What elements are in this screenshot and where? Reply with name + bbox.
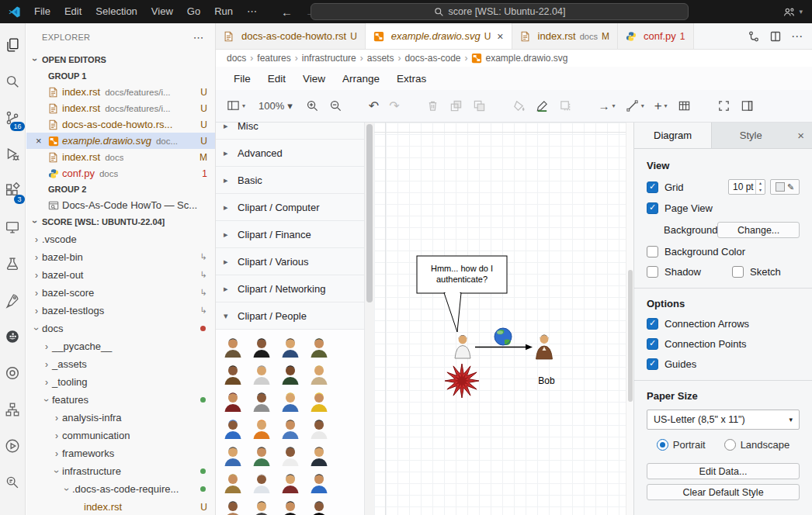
tree-item--vscode[interactable]: ›.vscode [26, 230, 215, 248]
canvas-scrollbar[interactable] [626, 123, 633, 515]
scrollbar-thumb[interactable] [628, 270, 633, 402]
breadcrumb-item[interactable]: docs [227, 53, 246, 64]
breadcrumb-item[interactable]: example.drawio.svg [471, 53, 567, 64]
shape-person-9[interactable] [220, 388, 246, 414]
activity-rocket[interactable] [0, 282, 26, 318]
tree-item--tooling[interactable]: ›_tooling [26, 373, 215, 391]
tree-item-analysis-infra[interactable]: ›analysis-infra [26, 409, 215, 427]
drawio-menu-arrange[interactable]: Arrange [334, 73, 388, 85]
activity-testing[interactable] [0, 245, 26, 282]
to-front-icon[interactable] [449, 99, 463, 112]
shape-person-27[interactable] [277, 496, 304, 515]
undo-icon[interactable]: ↶ [369, 100, 379, 112]
zoom-out-icon[interactable] [329, 99, 342, 112]
open-editor-item[interactable]: docs-as-code-howto.rs...U [26, 116, 215, 133]
tree-item-docs[interactable]: ›docs [26, 320, 215, 337]
shape-person-2[interactable] [248, 334, 275, 360]
open-editors-header[interactable]: ›OPEN EDITORS [26, 51, 215, 68]
shape-category-misc[interactable]: ▸Misc [216, 123, 364, 140]
drawio-menu-edit[interactable]: Edit [259, 73, 294, 85]
shape-person-4[interactable] [306, 334, 332, 360]
diagram-canvas[interactable]: Hmm... how do I authenticate? [374, 123, 633, 515]
toggle-format-panel-icon[interactable] [741, 99, 754, 112]
palette-scrollbar[interactable] [365, 123, 374, 515]
checkbox[interactable] [647, 318, 658, 330]
page-view-toggle-icon[interactable]: ▾ [227, 99, 245, 112]
shape-category-basic[interactable]: ▸Basic [216, 167, 364, 194]
editor-more-actions-icon[interactable]: ⋯ [791, 29, 803, 43]
shape-person-12[interactable] [306, 388, 332, 414]
shape-person-18[interactable] [248, 442, 275, 468]
shape-category-clipart-finance[interactable]: ▸Clipart / Finance [216, 221, 364, 248]
shape-person-11[interactable] [277, 388, 304, 414]
explosion-shape[interactable] [445, 364, 479, 398]
delete-icon[interactable] [426, 99, 439, 112]
checkbox[interactable] [647, 338, 658, 350]
shape-person-1[interactable] [220, 334, 246, 360]
zoom-select[interactable]: 100%▾ [259, 100, 293, 112]
person-shape[interactable] [455, 335, 470, 358]
activity-run-debug[interactable] [0, 136, 26, 172]
activity-org[interactable] [0, 391, 26, 427]
shape-person-26[interactable] [248, 496, 275, 515]
activity-remote-explorer[interactable] [0, 209, 26, 245]
activity-ring[interactable] [0, 354, 26, 391]
activity-explorer[interactable] [0, 26, 26, 63]
open-editor-item[interactable]: Docs-As-Code HowTo — Sc... [26, 197, 215, 213]
breadcrumb-item[interactable]: assets [367, 53, 394, 64]
history-back-icon[interactable]: ← [275, 5, 299, 19]
close-icon[interactable]: × [36, 135, 48, 147]
background-color-checkbox[interactable] [647, 246, 658, 258]
activity-search-detail[interactable] [0, 464, 26, 500]
more-actions-icon[interactable]: ⋯ [193, 31, 215, 43]
shadow-checkbox[interactable] [647, 266, 658, 278]
shape-person-19[interactable] [277, 442, 304, 468]
open-editor-item[interactable]: index.rstdocs/features/i...U [26, 84, 215, 100]
close-icon[interactable]: × [789, 129, 812, 142]
shape-person-15[interactable] [277, 415, 304, 441]
tree-item-frameworks[interactable]: ›frameworks [26, 444, 215, 462]
scrollbar-thumb[interactable] [366, 124, 373, 302]
page-view-checkbox[interactable] [647, 202, 658, 214]
checkbox[interactable] [647, 358, 658, 370]
editor-tab-example-drawio-svg[interactable]: example.drawio.svgU× [366, 23, 512, 49]
tree-item-features[interactable]: ›features [26, 391, 215, 409]
table-icon[interactable] [678, 99, 691, 112]
clear-default-style-button[interactable]: Clear Default Style [647, 484, 800, 500]
menu-file[interactable]: File [27, 0, 57, 23]
drawio-menu-view[interactable]: View [294, 73, 334, 85]
fullscreen-icon[interactable] [717, 99, 730, 112]
shape-person-20[interactable] [306, 442, 332, 468]
shape-person-23[interactable] [277, 469, 304, 496]
breadcrumb-item[interactable]: infrastructure [302, 53, 356, 64]
insert-icon[interactable]: +▾ [654, 99, 668, 114]
activity-container[interactable] [0, 318, 26, 354]
shape-person-28[interactable] [306, 496, 332, 515]
shape-person-25[interactable] [220, 496, 246, 515]
shape-category-clipart-computer[interactable]: ▸Clipart / Computer [216, 194, 364, 221]
tree-item--docs-as-code-require-[interactable]: ›.docs-as-code-require... [26, 480, 215, 498]
tree-item-communication[interactable]: ›communication [26, 427, 215, 444]
account-icon[interactable] [783, 5, 796, 19]
workspace-header[interactable]: ›SCORE [WSL: UBUNTU-22.04] [26, 213, 215, 230]
shape-person-8[interactable] [306, 361, 332, 387]
shape-category-advanced[interactable]: ▸Advanced [216, 140, 364, 167]
activity-search[interactable] [0, 63, 26, 99]
shape-person-22[interactable] [248, 469, 275, 496]
open-editor-item[interactable]: ×example.drawio.svgdoc...U [26, 133, 215, 149]
tree-item--assets[interactable]: ›_assets [26, 355, 215, 373]
portrait-radio[interactable]: Portrait [657, 439, 706, 451]
tree-item-infrastructure[interactable]: ›infrastructure [26, 462, 215, 480]
sketch-checkbox[interactable] [732, 266, 744, 278]
close-icon[interactable]: × [497, 30, 503, 43]
shape-person-3[interactable] [277, 334, 304, 360]
editor-tab-conf-py[interactable]: conf.py1 [618, 23, 694, 49]
shape-person-13[interactable] [220, 415, 246, 441]
tree-item-bazel-score[interactable]: ›bazel-score↳ [26, 284, 215, 302]
drawio-menu-file[interactable]: File [225, 73, 259, 85]
activity-source-control[interactable]: 16 [0, 99, 26, 136]
shape-person-7[interactable] [277, 361, 304, 387]
open-editor-item[interactable]: index.rstdocs/features/i...U [26, 100, 215, 116]
menu-run[interactable]: Run [207, 0, 240, 23]
shape-person-17[interactable] [220, 442, 246, 468]
